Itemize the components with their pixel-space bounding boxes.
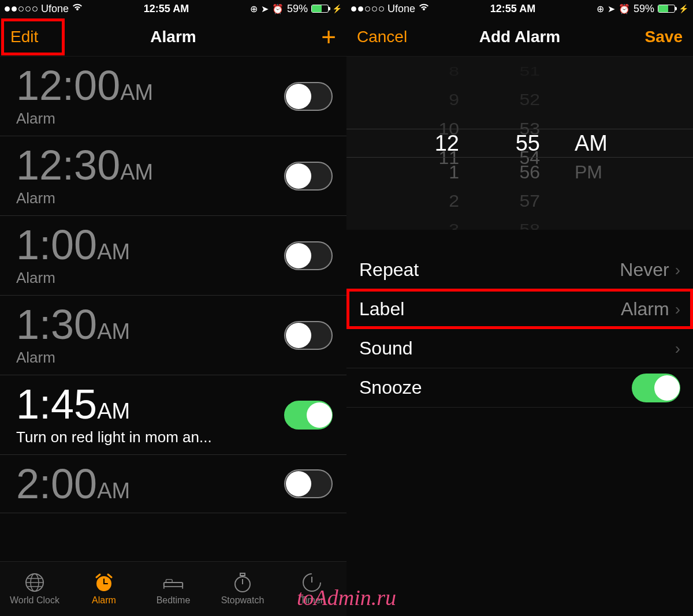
alarm-row[interactable]: 1:45AM Turn on red light in mom an... (0, 375, 346, 455)
snooze-toggle[interactable] (632, 374, 680, 402)
charging-icon: ⚡ (332, 4, 342, 13)
setting-sound[interactable]: Sound › (346, 329, 693, 368)
wifi-icon (419, 3, 429, 14)
setting-snooze: Snooze (346, 368, 693, 408)
alarm-toggle[interactable] (284, 469, 333, 498)
alarm-settings: Repeat Never› Label Alarm› Sound › Snooz… (346, 251, 693, 408)
alarm-row[interactable]: 12:30AM Alarm (0, 136, 346, 216)
alarm-toggle[interactable] (284, 82, 333, 111)
add-alarm-screen: Ufone 12:55 AM ⊕ ➤ ⏰ 59% ⚡ Cancel Add Al… (346, 0, 693, 616)
alarm-toggle[interactable] (284, 401, 333, 430)
chevron-right-icon: › (675, 261, 680, 279)
alarm-status-icon: ⏰ (272, 3, 284, 14)
tab-timer[interactable]: Timer (277, 562, 346, 616)
alarm-row[interactable]: 12:00AM Alarm (0, 57, 346, 136)
tab-world-clock[interactable]: World Clock (0, 562, 69, 616)
alarm-list[interactable]: 12:00AM Alarm 12:30AM Alarm 1:00AM Alarm… (0, 57, 346, 561)
alarm-clock-icon (94, 572, 114, 593)
alarm-toggle[interactable] (284, 321, 333, 350)
bed-icon (163, 572, 184, 593)
svg-rect-16 (240, 573, 245, 576)
svg-line-9 (108, 574, 111, 577)
stopwatch-icon (232, 572, 253, 593)
page-title: Add Alarm (479, 28, 561, 46)
timer-icon (301, 572, 322, 593)
svg-rect-10 (164, 583, 182, 587)
picker-minute: 55 (494, 131, 540, 156)
battery-pct: 59% (287, 3, 308, 15)
battery-icon (311, 5, 329, 13)
location-icon: ➤ (261, 3, 269, 14)
alarm-toggle[interactable] (284, 241, 333, 270)
wifi-icon (72, 3, 83, 14)
alarm-toggle[interactable] (284, 162, 333, 191)
highlight-label-row (346, 289, 693, 329)
status-time: 12:55 AM (490, 3, 535, 15)
setting-repeat[interactable]: Repeat Never› (346, 251, 693, 290)
alarm-row[interactable]: 1:00AM Alarm (0, 216, 346, 296)
status-time: 12:55 AM (144, 3, 189, 15)
add-alarm-button[interactable]: + (321, 23, 336, 51)
globe-icon (24, 572, 45, 593)
battery-pct: 59% (634, 3, 654, 15)
alarm-status-icon: ⏰ (619, 3, 630, 14)
carrier-label: Ufone (388, 3, 415, 15)
carrier-label: Ufone (41, 3, 69, 15)
lock-icon: ⊕ (597, 3, 604, 14)
alarm-row[interactable]: 2:00AM (0, 455, 346, 513)
signal-dots (351, 6, 384, 12)
nav-bar: Cancel Add Alarm Save (346, 17, 693, 57)
picker-selected-row: 12 55 AM (346, 129, 693, 158)
tab-bedtime[interactable]: Bedtime (139, 562, 208, 616)
save-button[interactable]: Save (645, 28, 683, 46)
charging-icon: ⚡ (679, 4, 688, 13)
cancel-button[interactable]: Cancel (357, 28, 407, 46)
tab-stopwatch[interactable]: Stopwatch (208, 562, 277, 616)
alarm-row[interactable]: 1:30AM Alarm (0, 296, 346, 375)
alarm-list-screen: Ufone 12:55 AM ⊕ ➤ ⏰ 59% ⚡ Edit Alarm + … (0, 0, 346, 616)
signal-dots (5, 6, 38, 12)
location-icon: ➤ (608, 3, 615, 14)
lock-icon: ⊕ (250, 3, 258, 14)
page-title: Alarm (150, 28, 196, 46)
battery-icon (658, 5, 675, 13)
time-picker[interactable]: 851 952 1053 1154 12 55 AM 156PM 257 358 (346, 57, 693, 230)
status-bar: Ufone 12:55 AM ⊕ ➤ ⏰ 59% ⚡ (346, 0, 693, 17)
tab-bar: World Clock Alarm Bedtime Stopwatch Time… (0, 561, 346, 616)
svg-line-8 (96, 574, 100, 577)
status-bar: Ufone 12:55 AM ⊕ ➤ ⏰ 59% ⚡ (0, 0, 346, 17)
picker-ampm: AM (575, 131, 627, 156)
picker-hour: 12 (413, 131, 459, 156)
highlight-edit (1, 18, 65, 55)
chevron-right-icon: › (675, 339, 680, 358)
tab-alarm[interactable]: Alarm (69, 562, 139, 616)
